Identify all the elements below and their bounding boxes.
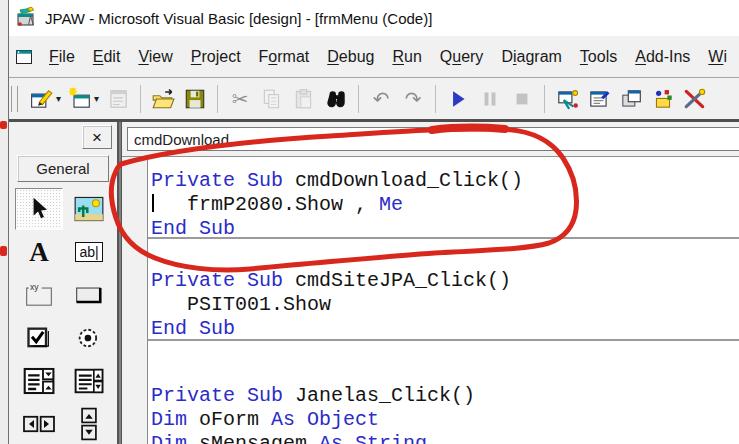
end-button [507,84,537,114]
procedure-combo[interactable]: cmdDownload [127,127,739,151]
object-browser-button[interactable] [648,84,678,114]
add-project-button[interactable]: ▾ [27,84,63,114]
menu-debug[interactable]: Debug [318,44,383,70]
object-browser-icon [650,86,676,112]
tool-label[interactable]: A [15,231,63,273]
project-explorer-icon [554,86,580,112]
tool-check-box[interactable] [15,317,63,359]
copy-icon [259,86,285,112]
menu-editor-icon [105,86,131,112]
tool-picture-box[interactable] [65,188,113,230]
find-icon [323,86,349,112]
toolbar-separator [544,85,545,113]
tool-v-scroll-bar[interactable] [65,403,113,444]
code-editor[interactable]: Private Sub cmdDownload_Click() frmP2080… [122,156,739,444]
text-caret [152,194,154,212]
toolbar: ▾▾✂↶↷ [8,78,739,122]
title-bar: JPAW - Microsoft Visual Basic [design] -… [8,0,739,36]
toolbar-items: ▾▾✂↶↷ [26,84,711,114]
toolbox-button[interactable] [680,84,710,114]
code-line: frmP2080.Show , Me [122,193,739,217]
menu-query[interactable]: Query [431,44,493,70]
toolbox-close-button[interactable]: × [82,125,112,149]
toolbar-separator [140,85,141,113]
properties-window-icon [586,86,612,112]
toolbox-grid: Aab|xy [15,188,113,444]
redo-button: ↷ [398,84,428,114]
background-window-edge [0,0,9,444]
toolbox-panel: × General Aab|xy [9,122,119,444]
svg-text:xy: xy [30,282,39,292]
code-group-3: Private Sub Janelas_Click()Dim oForm As … [122,384,739,444]
red-pen-mark [0,121,7,129]
tool-combo-box[interactable] [15,360,63,402]
end-icon [509,86,535,112]
add-project-icon [29,86,55,112]
code-group-1: Private Sub cmdDownload_Click() frmP2080… [122,169,739,241]
form-layout-icon [618,86,644,112]
vb-project-icon [15,7,37,29]
start-button[interactable] [443,84,473,114]
menu-editor-button [103,84,133,114]
menu-addins[interactable]: Add-Ins [626,44,699,70]
save-project-button[interactable] [180,84,210,114]
menu-view[interactable]: View [129,44,181,70]
form-layout-button[interactable] [616,84,646,114]
project-explorer-button[interactable] [552,84,582,114]
open-project-button[interactable] [148,84,178,114]
menu-tools[interactable]: Tools [571,44,626,70]
redo-icon: ↷ [400,86,426,112]
code-line: Private Sub cmdDownload_Click() [122,169,739,193]
toolbar-separator [435,85,436,113]
menu-diagram[interactable]: Diagram [492,44,570,70]
code-line: Private Sub Janelas_Click() [122,384,739,408]
code-line: Dim sMensagem As String [122,432,739,444]
undo-icon: ↶ [368,86,394,112]
red-pen-mark [0,246,7,256]
save-project-icon [182,86,208,112]
copy-button [257,84,287,114]
toolbox-tab-general[interactable]: General [17,155,109,182]
code-line: PSIT001.Show [122,293,739,317]
paste-icon [291,86,317,112]
menu-format[interactable]: Format [250,44,319,70]
menu-bar: FileEditViewProjectFormatDebugRunQueryDi… [8,36,739,78]
code-line: Private Sub cmdSiteJPA_Click() [122,269,739,293]
menu-project[interactable]: Project [182,44,250,70]
toolbar-separator [217,85,218,113]
menu-edit[interactable]: Edit [84,44,130,70]
undo-button: ↶ [366,84,396,114]
menu-run[interactable]: Run [383,44,430,70]
mdi-work-area: × General Aab|xy cmdDownload Private Sub… [8,122,739,444]
toolbox-icon [682,86,708,112]
menu-file[interactable]: File [40,44,84,70]
menu-wi[interactable]: Wi [699,44,736,70]
tool-list-box[interactable] [65,360,113,402]
dropdown-caret-icon[interactable]: ▾ [94,93,99,104]
properties-window-button[interactable] [584,84,614,114]
vb6-ide-window: JPAW - Microsoft Visual Basic [design] -… [0,0,739,444]
code-group-2: Private Sub cmdSiteJPA_Click() PSIT001.S… [122,269,739,341]
open-project-icon [150,86,176,112]
add-form-icon [67,86,93,112]
form-window-icon[interactable] [14,47,34,67]
find-button[interactable] [321,84,351,114]
tool-text-box[interactable]: ab| [65,231,113,273]
break-icon [477,86,503,112]
code-window: cmdDownload Private Sub cmdDownload_Clic… [121,122,739,444]
tool-h-scroll-bar[interactable] [15,403,63,444]
toolbar-grip[interactable] [11,86,18,112]
break-button [475,84,505,114]
tool-pointer[interactable] [15,188,63,230]
procedure-separator [148,339,739,341]
start-icon [445,86,471,112]
window-title: JPAW - Microsoft Visual Basic [design] -… [45,10,432,27]
tool-frame[interactable]: xy [15,274,63,316]
add-form-button[interactable]: ▾ [65,84,101,114]
menu-bar-items: FileEditViewProjectFormatDebugRunQueryDi… [40,44,736,70]
code-line: Dim oForm As Object [122,408,739,432]
tool-command-button[interactable] [65,274,113,316]
code-line: End Sub [122,317,739,341]
dropdown-caret-icon[interactable]: ▾ [56,93,61,104]
tool-option-button[interactable] [65,317,113,359]
